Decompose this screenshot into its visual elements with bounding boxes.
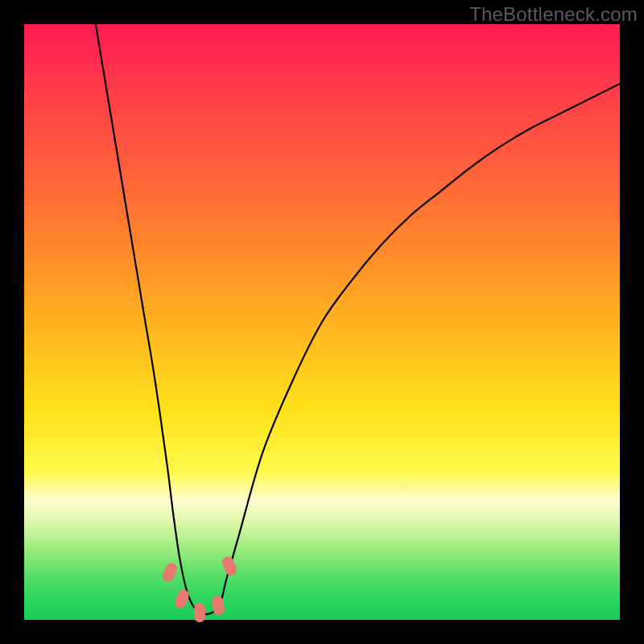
bottleneck-curve — [24, 24, 620, 620]
chart-frame: TheBottleneck.com — [0, 0, 644, 644]
curve-marker-2 — [194, 603, 205, 622]
watermark-text: TheBottleneck.com — [469, 3, 638, 26]
plot-area — [24, 24, 620, 620]
